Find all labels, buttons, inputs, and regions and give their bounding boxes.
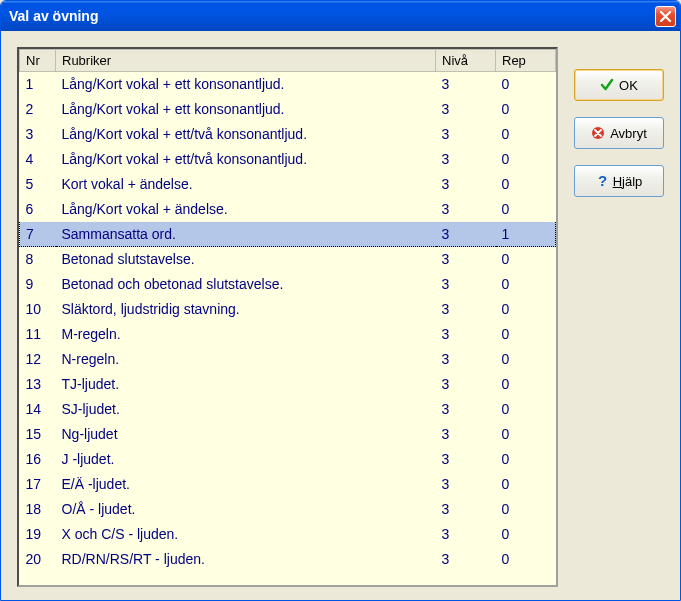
cell-niva: 3: [436, 322, 496, 347]
cell-rubrik: Kort vokal + ändelse.: [56, 172, 436, 197]
table-row[interactable]: 6Lång/Kort vokal + ändelse.30: [20, 197, 556, 222]
help-label: Hjälp: [613, 174, 643, 189]
cell-rep: 0: [496, 97, 556, 122]
col-header-niva[interactable]: Nivå: [436, 50, 496, 72]
ok-button[interactable]: OK: [574, 69, 664, 101]
table-row[interactable]: 14SJ-ljudet.30: [20, 397, 556, 422]
table-row[interactable]: 16J -ljudet.30: [20, 447, 556, 472]
window-title: Val av övning: [9, 8, 655, 24]
cell-rep: 0: [496, 472, 556, 497]
cell-nr: 20: [20, 547, 56, 572]
cell-nr: 18: [20, 497, 56, 522]
cell-nr: 12: [20, 347, 56, 372]
cell-niva: 3: [436, 472, 496, 497]
cell-rep: 0: [496, 347, 556, 372]
table-row[interactable]: 2Lång/Kort vokal + ett konsonantljud.30: [20, 97, 556, 122]
cell-niva: 3: [436, 197, 496, 222]
table-row[interactable]: 10Släktord, ljudstridig stavning.30: [20, 297, 556, 322]
cell-nr: 1: [20, 72, 56, 97]
cell-rep: 0: [496, 72, 556, 97]
table-row[interactable]: 5Kort vokal + ändelse.30: [20, 172, 556, 197]
cell-rubrik: Släktord, ljudstridig stavning.: [56, 297, 436, 322]
cell-niva: 3: [436, 297, 496, 322]
col-header-nr[interactable]: Nr: [20, 50, 56, 72]
col-header-rubriker[interactable]: Rubriker: [56, 50, 436, 72]
table-row[interactable]: 3Lång/Kort vokal + ett/två konsonantljud…: [20, 122, 556, 147]
cell-nr: 9: [20, 272, 56, 297]
cell-nr: 7: [20, 222, 56, 247]
cell-niva: 3: [436, 222, 496, 247]
cell-rep: 0: [496, 297, 556, 322]
cell-nr: 19: [20, 522, 56, 547]
dialog-window: Val av övning Nr Rubriker Nivå Rep: [0, 0, 681, 601]
table-row[interactable]: 12N-regeln.30: [20, 347, 556, 372]
cell-rubrik: RD/RN/RS/RT - ljuden.: [56, 547, 436, 572]
cell-rep: 0: [496, 147, 556, 172]
table-row[interactable]: 15Ng-ljudet30: [20, 422, 556, 447]
cell-rep: 0: [496, 397, 556, 422]
cell-niva: 3: [436, 122, 496, 147]
table-row[interactable]: 1Lång/Kort vokal + ett konsonantljud.30: [20, 72, 556, 97]
table-row[interactable]: 20RD/RN/RS/RT - ljuden.30: [20, 547, 556, 572]
cell-rep: 0: [496, 197, 556, 222]
cell-rep: 1: [496, 222, 556, 247]
cell-rep: 0: [496, 172, 556, 197]
cell-niva: 3: [436, 397, 496, 422]
cell-rubrik: Lång/Kort vokal + ett/två konsonantljud.: [56, 122, 436, 147]
cancel-icon: [591, 126, 605, 140]
ok-label: OK: [619, 78, 638, 93]
cell-nr: 16: [20, 447, 56, 472]
cell-nr: 4: [20, 147, 56, 172]
cell-rubrik: Lång/Kort vokal + ett/två konsonantljud.: [56, 147, 436, 172]
cell-rep: 0: [496, 272, 556, 297]
table-row[interactable]: 17E/Ä -ljudet.30: [20, 472, 556, 497]
cell-nr: 2: [20, 97, 56, 122]
cancel-label: Avbryt: [610, 126, 647, 141]
table-row[interactable]: 4Lång/Kort vokal + ett/två konsonantljud…: [20, 147, 556, 172]
cell-rep: 0: [496, 547, 556, 572]
cell-rubrik: Lång/Kort vokal + ändelse.: [56, 197, 436, 222]
cell-rubrik: N-regeln.: [56, 347, 436, 372]
cell-rubrik: Betonad slutstavelse.: [56, 247, 436, 272]
cell-rubrik: TJ-ljudet.: [56, 372, 436, 397]
table-row[interactable]: 8Betonad slutstavelse.30: [20, 247, 556, 272]
cell-nr: 3: [20, 122, 56, 147]
button-column: OK Avbryt ? Hjälp: [574, 47, 664, 197]
cell-niva: 3: [436, 172, 496, 197]
table-row[interactable]: 7Sammansatta ord.31: [20, 222, 556, 247]
cell-nr: 17: [20, 472, 56, 497]
table-row[interactable]: 13TJ-ljudet.30: [20, 372, 556, 397]
cell-rubrik: J -ljudet.: [56, 447, 436, 472]
cell-nr: 11: [20, 322, 56, 347]
cell-rep: 0: [496, 497, 556, 522]
cell-nr: 6: [20, 197, 56, 222]
help-button[interactable]: ? Hjälp: [574, 165, 664, 197]
cell-nr: 5: [20, 172, 56, 197]
table-row[interactable]: 9Betonad och obetonad slutstavelse.30: [20, 272, 556, 297]
cancel-button[interactable]: Avbryt: [574, 117, 664, 149]
cell-niva: 3: [436, 147, 496, 172]
col-header-rep[interactable]: Rep: [496, 50, 556, 72]
cell-niva: 3: [436, 497, 496, 522]
table-row[interactable]: 18O/Å - ljudet.30: [20, 497, 556, 522]
cell-nr: 10: [20, 297, 56, 322]
cell-rep: 0: [496, 422, 556, 447]
cell-nr: 13: [20, 372, 56, 397]
cell-niva: 3: [436, 72, 496, 97]
cell-nr: 8: [20, 247, 56, 272]
cell-niva: 3: [436, 422, 496, 447]
cell-rubrik: Lång/Kort vokal + ett konsonantljud.: [56, 72, 436, 97]
cell-rubrik: O/Å - ljudet.: [56, 497, 436, 522]
table-row[interactable]: 11M-regeln.30: [20, 322, 556, 347]
cell-rubrik: E/Ä -ljudet.: [56, 472, 436, 497]
cell-rubrik: SJ-ljudet.: [56, 397, 436, 422]
cell-niva: 3: [436, 347, 496, 372]
exercise-table-wrap: Nr Rubriker Nivå Rep 1Lång/Kort vokal + …: [17, 47, 558, 587]
cell-niva: 3: [436, 97, 496, 122]
table-row[interactable]: 19X och C/S - ljuden.30: [20, 522, 556, 547]
help-icon: ?: [596, 173, 608, 189]
close-button[interactable]: [655, 6, 676, 27]
cell-nr: 14: [20, 397, 56, 422]
exercise-table[interactable]: Nr Rubriker Nivå Rep 1Lång/Kort vokal + …: [19, 49, 556, 572]
cell-niva: 3: [436, 547, 496, 572]
